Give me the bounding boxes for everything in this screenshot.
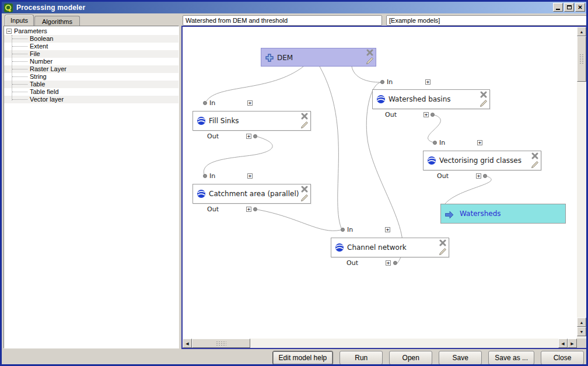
vectorising-in-label: In: [439, 140, 445, 147]
catchment-out-expand-button[interactable]: +: [246, 207, 251, 212]
plus-icon: [265, 53, 274, 62]
catchment-in-expand-button[interactable]: +: [247, 173, 253, 179]
edit-pencil-icon[interactable]: [300, 194, 309, 202]
h-scrollbar[interactable]: ◀ ◀ ▶: [183, 339, 577, 348]
h-scroll-right-button[interactable]: ▶: [568, 339, 577, 348]
saga-icon: [197, 189, 206, 198]
v-scroll-down-button[interactable]: ▼: [577, 327, 586, 336]
tree-stub: [12, 46, 27, 47]
run-button[interactable]: Run: [340, 351, 383, 365]
saga-icon: [427, 156, 436, 165]
v-scroll-thumb[interactable]: [577, 36, 586, 82]
tree-item-extent[interactable]: Extent: [4, 43, 178, 50]
vectorising-in-expand-button[interactable]: +: [477, 140, 482, 145]
tree-stub: [12, 61, 27, 62]
tree-item-table[interactable]: Table: [4, 81, 178, 88]
saga-icon: [376, 95, 386, 104]
channel-network-out-expand-button[interactable]: +: [386, 260, 391, 266]
tree-stub: [12, 84, 27, 85]
tree-stub: [12, 69, 27, 69]
tree-item-raster-layer[interactable]: Raster Layer: [4, 65, 178, 73]
edit-pencil-icon[interactable]: [366, 57, 374, 65]
fill-sinks-node[interactable]: Fill Sinks: [192, 111, 311, 131]
v-scrollbar[interactable]: ▲ ▲ ▼: [577, 27, 586, 339]
node-label: Catchment area (parallel): [209, 184, 299, 203]
thumb-grip: [216, 341, 226, 346]
delete-icon[interactable]: [480, 90, 488, 99]
tree-item-boolean[interactable]: Boolean: [4, 35, 178, 43]
catchment-in-dot: [203, 174, 207, 178]
model-draw-layer[interactable]: DEM In + Fill Sinks Out + In: [183, 27, 577, 339]
vectorising-in-dot: [433, 141, 437, 145]
dialog-close-button[interactable]: Close: [541, 351, 584, 365]
fill-sinks-out-dot: [253, 134, 257, 138]
minimize-button[interactable]: [553, 3, 563, 12]
edit-pencil-icon[interactable]: [531, 161, 539, 169]
window-close-button[interactable]: ✕: [575, 3, 585, 12]
watershed-basins-in-expand-button[interactable]: +: [425, 79, 430, 85]
channel-network-node[interactable]: Channel network: [331, 238, 449, 257]
vectorising-grid-classes-node[interactable]: Vectorising grid classes: [423, 151, 541, 170]
edit-pencil-icon[interactable]: [439, 248, 447, 256]
tree-item-file[interactable]: File: [4, 50, 178, 58]
tree-item-vector-layer[interactable]: Vector layer: [4, 96, 178, 103]
fill-sinks-out-label: Out: [207, 133, 219, 140]
fill-sinks-in-dot: [203, 101, 207, 105]
catchment-out-dot: [253, 207, 257, 211]
channel-network-in-expand-button[interactable]: +: [385, 227, 390, 232]
tree-item-parameters[interactable]: −Parameters: [4, 27, 178, 35]
model-name-input[interactable]: [183, 15, 382, 26]
delete-icon[interactable]: [300, 112, 309, 120]
h-scroll-left-button-2[interactable]: ◀: [558, 339, 568, 348]
save-button[interactable]: Save: [439, 351, 482, 365]
edit-pencil-icon[interactable]: [300, 121, 309, 129]
saga-icon: [335, 243, 344, 252]
edit-pencil-icon[interactable]: [480, 99, 488, 107]
tab-inputs[interactable]: Inputs: [5, 15, 34, 26]
delete-icon[interactable]: [439, 239, 447, 247]
parameters-tree: −Parameters Boolean Extent File Number R…: [4, 26, 179, 348]
tree-item-table-field[interactable]: Table field: [4, 88, 178, 96]
tree-guide-line: [12, 35, 12, 100]
tab-algorithms[interactable]: Algorithms: [34, 16, 80, 26]
delete-icon[interactable]: [300, 185, 309, 193]
fill-sinks-in-label: In: [209, 100, 215, 107]
v-scroll-up-button[interactable]: ▲: [577, 27, 586, 36]
node-label: Fill Sinks: [209, 111, 239, 130]
connections-layer: [183, 27, 577, 339]
vectorising-out-expand-button[interactable]: +: [476, 173, 481, 179]
open-button[interactable]: Open: [389, 351, 432, 365]
h-scroll-left-button[interactable]: ◀: [183, 339, 192, 348]
dem-node[interactable]: DEM: [261, 48, 376, 67]
node-label: Watersheds: [460, 204, 501, 223]
save-as-button[interactable]: Save as ...: [488, 351, 534, 365]
title-bar[interactable]: Processing modeler ✕: [2, 2, 586, 13]
watershed-basins-out-expand-button[interactable]: +: [424, 112, 429, 117]
edit-model-help-button[interactable]: Edit model help: [272, 351, 334, 365]
model-canvas[interactable]: DEM In + Fill Sinks Out + In: [181, 26, 587, 349]
node-label: DEM: [277, 48, 293, 67]
fill-sinks-out-expand-button[interactable]: +: [246, 134, 251, 139]
delete-icon[interactable]: [366, 48, 374, 57]
watersheds-node[interactable]: Watersheds: [440, 204, 566, 224]
tree-item-number[interactable]: Number: [4, 58, 178, 65]
tree-stub: [12, 92, 27, 92]
tree-stub: [12, 76, 27, 77]
delete-icon[interactable]: [531, 152, 539, 160]
collapse-expander-icon[interactable]: −: [6, 29, 12, 34]
vectorising-out-dot: [483, 174, 487, 178]
output-arrow-icon: [444, 210, 454, 219]
dialog-button-row: Edit model help Run Open Save Save as ..…: [272, 351, 584, 365]
watershed-basins-node[interactable]: Watershed basins: [372, 89, 490, 109]
h-scroll-thumb[interactable]: [192, 339, 250, 348]
watershed-basins-out-dot: [430, 113, 435, 117]
tree-stub: [12, 99, 27, 100]
scrollbar-corner: [577, 339, 586, 348]
watershed-basins-in-label: In: [387, 79, 393, 86]
maximize-button[interactable]: [564, 3, 574, 12]
tree-item-string[interactable]: String: [4, 73, 178, 81]
catchment-area-node[interactable]: Catchment area (parallel): [192, 184, 311, 204]
model-group-input[interactable]: [386, 15, 587, 26]
v-scroll-up-button-2[interactable]: ▲: [577, 318, 586, 327]
fill-sinks-in-expand-button[interactable]: +: [247, 100, 253, 106]
